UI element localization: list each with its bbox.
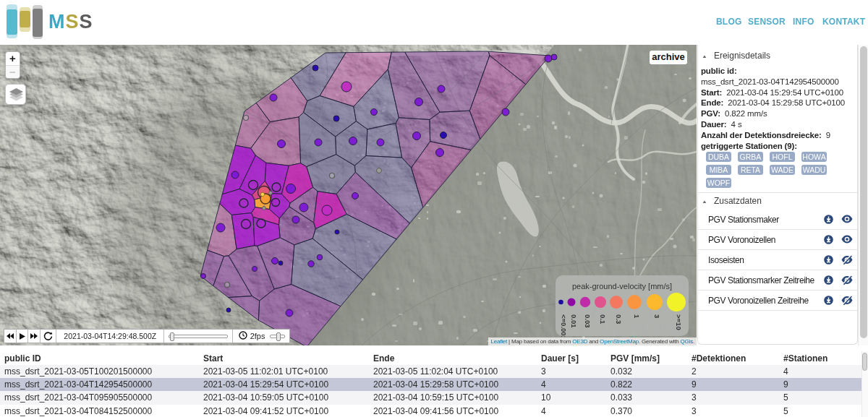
svg-text:0.01: 0.01 — [570, 314, 578, 328]
svg-text:>=10: >=10 — [675, 314, 683, 330]
svg-text:1: 1 — [633, 314, 641, 319]
svg-text:0.03: 0.03 — [584, 314, 592, 328]
svg-text:0.3: 0.3 — [615, 314, 623, 324]
svg-text:3: 3 — [653, 314, 661, 318]
svg-text:<=0.001: <=0.001 — [560, 314, 568, 337]
svg-text:0.1: 0.1 — [599, 314, 607, 324]
